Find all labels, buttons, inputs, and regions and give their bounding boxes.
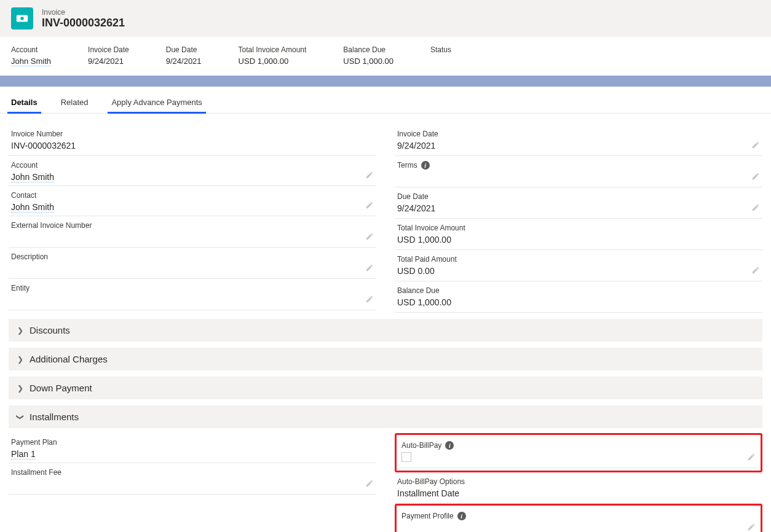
- due-date-field-value: 9/24/2021: [397, 203, 760, 214]
- pencil-icon[interactable]: [747, 523, 756, 532]
- balance-label: Balance Due: [343, 45, 393, 54]
- info-icon[interactable]: i: [445, 441, 454, 450]
- svg-point-1: [20, 17, 24, 20]
- external-invoice-value: [11, 232, 374, 243]
- total-paid-label: Total Paid Amount: [397, 255, 760, 264]
- chevron-down-icon: ❯: [16, 414, 25, 420]
- pencil-icon[interactable]: [747, 453, 756, 463]
- invoice-number-label: Invoice Number: [11, 130, 374, 138]
- installments-right: Auto-BillPay i Auto-BillPay Options Inst…: [395, 433, 762, 532]
- section-installments[interactable]: ❯ Installments: [9, 405, 762, 428]
- total-paid-value: USD 0.00: [397, 266, 760, 277]
- payment-profile-highlight: Payment Profile i: [395, 504, 762, 532]
- tabs: Details Related Apply Advance Payments: [0, 87, 771, 114]
- payment-profile-label: Payment Profile i: [401, 512, 756, 520]
- status-label: Status: [430, 45, 451, 54]
- payment-plan-label: Payment Plan: [11, 438, 374, 447]
- entity-label: Entity: [11, 284, 374, 292]
- installments-left: Payment Plan Plan 1 Installment Fee: [9, 433, 376, 532]
- balance-due-field-value: USD 1,000.00: [397, 297, 760, 308]
- terms-value: [397, 172, 760, 183]
- installment-fee-value: [11, 479, 374, 490]
- invoice-icon: [11, 7, 33, 29]
- external-invoice-label: External Invoice Number: [11, 221, 374, 230]
- chevron-right-icon: ❯: [17, 355, 23, 364]
- pencil-icon[interactable]: [365, 295, 374, 305]
- tab-apply-advance-payments[interactable]: Apply Advance Payments: [111, 98, 202, 113]
- info-icon[interactable]: i: [457, 512, 466, 520]
- description-value: [11, 264, 374, 275]
- highlights-bar: Account John Smith Invoice Date 9/24/202…: [0, 37, 771, 76]
- section-discounts[interactable]: ❯ Discounts: [9, 319, 762, 342]
- divider-band: [0, 76, 771, 87]
- pencil-icon[interactable]: [365, 171, 374, 181]
- description-label: Description: [11, 252, 374, 261]
- contact-label: Contact: [11, 191, 374, 200]
- total-invoice-value: USD 1,000.00: [397, 235, 760, 246]
- record-title: INV-0000032621: [42, 17, 125, 29]
- section-additional-charges[interactable]: ❯ Additional Charges: [9, 348, 762, 370]
- pencil-icon[interactable]: [365, 232, 374, 242]
- invoice-date-field-label: Invoice Date: [397, 130, 760, 138]
- total-invoice-label: Total Invoice Amount: [397, 224, 760, 232]
- invoice-number-value: INV-0000032621: [11, 141, 374, 152]
- invoice-date-field-value: 9/24/2021: [397, 141, 760, 152]
- details-left-column: Invoice Number INV-0000032621 Account Jo…: [9, 125, 376, 313]
- due-date-value: 9/24/2021: [166, 57, 202, 66]
- total-label: Total Invoice Amount: [239, 45, 307, 54]
- account-field-label: Account: [11, 161, 374, 170]
- invoice-date-value: 9/24/2021: [88, 57, 129, 66]
- payment-profile-value: [401, 523, 756, 532]
- auto-billpay-label: Auto-BillPay i: [401, 441, 756, 450]
- auto-billpay-checkbox[interactable]: [401, 452, 411, 462]
- payment-plan-link[interactable]: Plan 1: [11, 449, 36, 460]
- pencil-icon[interactable]: [751, 203, 760, 213]
- account-label: Account: [11, 45, 51, 54]
- account-link[interactable]: John Smith: [11, 57, 51, 66]
- auto-billpay-highlight: Auto-BillPay i: [395, 433, 762, 472]
- chevron-right-icon: ❯: [17, 326, 23, 335]
- chevron-right-icon: ❯: [17, 384, 23, 393]
- auto-billpay-options-label: Auto-BillPay Options: [397, 477, 760, 486]
- pencil-icon[interactable]: [365, 479, 374, 489]
- section-down-payment[interactable]: ❯ Down Payment: [9, 377, 762, 399]
- invoice-date-label: Invoice Date: [88, 45, 129, 54]
- tab-related[interactable]: Related: [61, 98, 89, 113]
- balance-value: USD 1,000.00: [343, 57, 393, 66]
- record-type: Invoice: [42, 8, 125, 17]
- due-date-field-label: Due Date: [397, 192, 760, 201]
- due-date-label: Due Date: [166, 45, 202, 54]
- auto-billpay-options-value: Installment Date: [397, 488, 760, 499]
- pencil-icon[interactable]: [751, 172, 760, 182]
- info-icon[interactable]: i: [421, 161, 430, 170]
- details-right-column: Invoice Date 9/24/2021 Terms i Due Date …: [395, 125, 762, 313]
- pencil-icon[interactable]: [751, 266, 760, 276]
- balance-due-field-label: Balance Due: [397, 286, 760, 295]
- terms-label: Terms i: [397, 161, 760, 170]
- record-header: Invoice INV-0000032621: [0, 0, 771, 37]
- pencil-icon[interactable]: [751, 141, 760, 151]
- entity-value: [11, 295, 374, 306]
- contact-link[interactable]: John Smith: [11, 202, 54, 213]
- installment-fee-label: Installment Fee: [11, 468, 374, 477]
- pencil-icon[interactable]: [365, 201, 374, 211]
- account-field-link[interactable]: John Smith: [11, 172, 54, 182]
- total-value: USD 1,000.00: [239, 57, 307, 66]
- tab-details[interactable]: Details: [11, 98, 38, 113]
- pencil-icon[interactable]: [365, 264, 374, 273]
